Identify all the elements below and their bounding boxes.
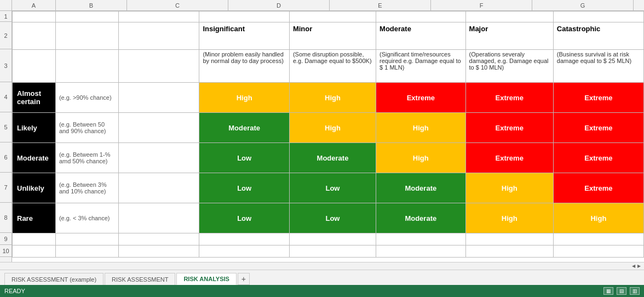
tab-risk-assessment-example[interactable]: RISK ASSESSMENT (example): [4, 273, 104, 285]
cell-2-e: Minor: [289, 22, 376, 50]
col-header-f: F: [431, 0, 532, 10]
cell-1-g: [465, 12, 553, 22]
row-1: [13, 12, 644, 22]
cell-2-c: [118, 22, 199, 50]
cell-5-c: [118, 113, 199, 143]
cell-1-c: [118, 12, 199, 22]
row-likely: Likely (e.g. Between 50 and 90% chance) …: [13, 113, 644, 143]
cell-almost-certain-moderate: Extreme: [376, 83, 465, 113]
cell-unlikely-moderate: Moderate: [376, 173, 465, 203]
col-header-a: A: [12, 0, 56, 10]
cell-1-d: [199, 12, 289, 22]
catastrophic-title: Catastrophic: [557, 25, 640, 33]
cell-almost-certain-minor: High: [289, 83, 376, 113]
row-num-7: 7: [0, 173, 12, 203]
row-3: (Minor problem easily handled by normal …: [13, 50, 644, 83]
row-2: Insignificant Minor Moderate Major Catas…: [13, 22, 644, 50]
cell-rare-catastrophic: High: [553, 203, 643, 233]
view-page-icon[interactable]: ▤: [617, 287, 626, 295]
col-header-d: D: [228, 0, 330, 10]
insignificant-title: Insignificant: [203, 25, 285, 33]
cell-9-a: [13, 233, 56, 245]
cell-2-d: Insignificant: [199, 22, 289, 50]
row-num-2: 2: [0, 22, 12, 49]
tab-risk-analysis[interactable]: RISK ANALYSIS: [176, 273, 237, 285]
col-header-e: E: [330, 0, 431, 10]
scroll-left-icon[interactable]: ◀: [631, 264, 636, 269]
cell-1-b: [55, 12, 118, 22]
main-area: 1 2 3 4 5 6 7 8 9 10: [0, 11, 644, 262]
cell-9-d: [199, 233, 289, 245]
major-title: Major: [469, 25, 550, 33]
cell-1-h: [553, 12, 643, 22]
cell-9-b: [55, 233, 118, 245]
cell-likely-catastrophic: Extreme: [553, 113, 643, 143]
status-text: READY: [4, 288, 25, 294]
cell-rare-major: High: [465, 203, 553, 233]
cell-1-f: [376, 12, 465, 22]
row-num-1: 1: [0, 11, 12, 22]
col-header-h: H: [634, 0, 644, 10]
minor-title: Minor: [293, 25, 372, 33]
cell-7-c: [118, 173, 199, 203]
row-num-4: 4: [0, 82, 12, 112]
cell-unlikely-major: High: [465, 173, 553, 203]
row-num-5: 5: [0, 112, 12, 142]
sublabel-unlikely: (e.g. Between 3% and 10% chance): [55, 173, 118, 203]
cell-8-c: [118, 203, 199, 233]
tab-risk-assessment[interactable]: RISK ASSESSMENT: [105, 273, 175, 285]
cell-9-c: [118, 233, 199, 245]
cell-unlikely-minor: Low: [289, 173, 376, 203]
label-rare: Rare: [13, 203, 56, 233]
cell-9-h: [553, 233, 643, 245]
row-9: [13, 233, 644, 245]
spreadsheet: A B C D E F G H 1 2 3 4 5 6 7 8 9 10: [0, 0, 644, 297]
cell-4-c: [118, 83, 199, 113]
label-almost-certain: Almost certain: [13, 83, 56, 113]
cell-10-b: [55, 245, 118, 258]
row-numbers: 1 2 3 4 5 6 7 8 9 10: [0, 11, 12, 262]
cell-6-c: [118, 143, 199, 173]
cell-almost-certain-major: Extreme: [465, 83, 553, 113]
cell-10-a: [13, 245, 56, 258]
cell-3-b: [55, 50, 118, 83]
label-likely: Likely: [13, 113, 56, 143]
cell-moderate-catastrophic: Extreme: [553, 143, 643, 173]
cell-2-f: Moderate: [376, 22, 465, 50]
cell-likely-moderate: High: [376, 113, 465, 143]
row-num-3: 3: [0, 49, 12, 82]
cell-moderate-moderate: High: [376, 143, 465, 173]
cell-10-d: [199, 245, 289, 258]
sublabel-almost-certain: (e.g. >90% chance): [55, 83, 118, 113]
cell-10-f: [376, 245, 465, 258]
sublabel-moderate: (e.g. Betweem 1-% amd 50% chance): [55, 143, 118, 173]
status-icons: ▦ ▤ ▥: [603, 287, 640, 295]
cell-3-g: (Operations severaly damaged, e.g. Damag…: [465, 50, 553, 83]
row-num-10: 10: [0, 245, 12, 257]
cell-3-a: [13, 50, 56, 83]
scroll-right-icon[interactable]: ▶: [636, 264, 642, 269]
cell-9-f: [376, 233, 465, 245]
cell-2-b: [55, 22, 118, 50]
cell-almost-certain-insignificant: High: [199, 83, 289, 113]
row-num-6: 6: [0, 142, 12, 173]
cell-rare-minor: Low: [289, 203, 376, 233]
cell-3-d: (Minor problem easily handled by normal …: [199, 50, 289, 83]
col-header-g: G: [532, 0, 634, 10]
cell-3-f: (Significant time/resources required e.g…: [376, 50, 465, 83]
scroll-bar-h[interactable]: ◀ ▶: [0, 262, 644, 270]
tab-bar: RISK ASSESSMENT (example) RISK ASSESSMEN…: [0, 270, 644, 285]
tab-add-button[interactable]: +: [238, 273, 250, 285]
col-header-row-num: [0, 0, 12, 10]
sublabel-rare: (e.g. < 3% chance): [55, 203, 118, 233]
cell-moderate-insignificant: Low: [199, 143, 289, 173]
column-headers: A B C D E F G H: [0, 0, 644, 11]
view-normal-icon[interactable]: ▦: [603, 287, 613, 295]
cell-unlikely-insignificant: Low: [199, 173, 289, 203]
cell-unlikely-catastrophic: Extreme: [553, 173, 643, 203]
cell-10-c: [118, 245, 199, 258]
cell-3-e: (Some disruption possible, e.g. Damage e…: [289, 50, 376, 83]
view-page-break-icon[interactable]: ▥: [630, 287, 640, 295]
cell-3-c: [118, 50, 199, 83]
cell-moderate-minor: Moderate: [289, 143, 376, 173]
